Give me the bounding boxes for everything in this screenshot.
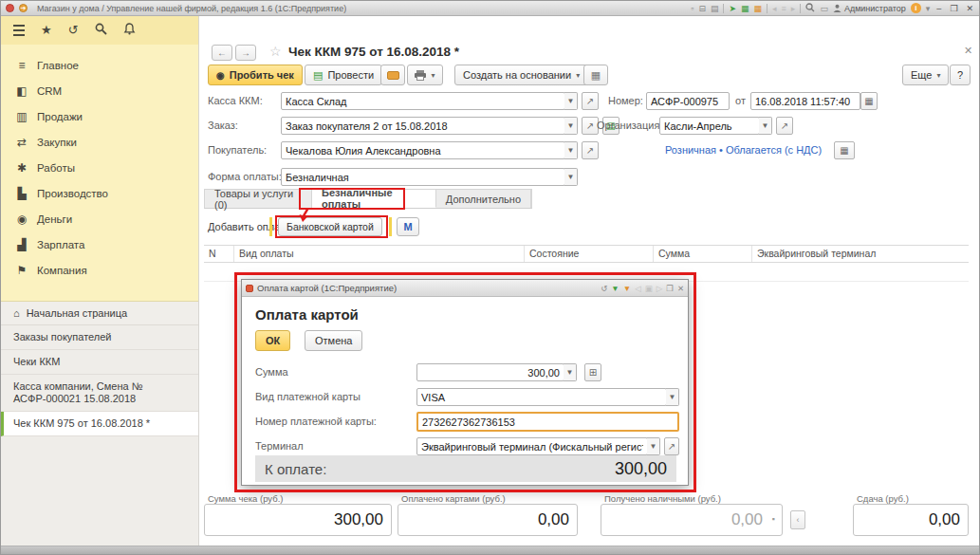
forward-history-icon[interactable]: ▸: [791, 4, 796, 13]
post-button[interactable]: ▤ Провести: [305, 65, 382, 85]
home-page-item[interactable]: ⌂ Начальная страница: [1, 301, 198, 325]
search-icon[interactable]: [95, 23, 107, 38]
calendar-icon[interactable]: ▦: [741, 4, 749, 13]
pin-icon[interactable]: ▼: [611, 284, 619, 293]
reports-button[interactable]: ▦: [583, 65, 608, 85]
favorites-star-icon[interactable]: ★: [41, 24, 52, 37]
dropdown-button[interactable]: ▼: [564, 141, 578, 159]
open-window-cash-shift[interactable]: Касса компании, Смена № АСФР-000021 15.0…: [1, 375, 198, 412]
number-input[interactable]: [646, 92, 730, 110]
open-buyer-button[interactable]: ↗: [582, 141, 599, 159]
close-button[interactable]: ✕: [964, 4, 975, 13]
date-input[interactable]: [750, 92, 860, 110]
notifications-bell-icon[interactable]: [123, 23, 136, 38]
column-state[interactable]: Состояние: [525, 246, 654, 262]
card-payment-toolbar-button[interactable]: [380, 65, 405, 85]
column-n[interactable]: N: [204, 246, 234, 262]
add-card-payment-button[interactable]: Банковской картой: [278, 217, 382, 236]
dock-left-icon[interactable]: ◁: [635, 284, 641, 293]
info-icon[interactable]: i: [911, 3, 921, 13]
open-window-customer-orders[interactable]: Заказы покупателей: [1, 325, 198, 350]
dropdown-button[interactable]: ▼: [759, 117, 772, 135]
organization-input[interactable]: [659, 117, 760, 135]
more-button[interactable]: Еще ▾: [902, 65, 949, 85]
open-window-kkm-receipts[interactable]: Чеки ККМ: [1, 350, 198, 375]
print-button[interactable]: ▾: [407, 65, 443, 85]
restore-window-icon[interactable]: ❒: [666, 284, 674, 293]
discuss-icon[interactable]: ➤: [729, 4, 736, 13]
dropdown-button[interactable]: ▼: [564, 92, 578, 110]
calendar-button[interactable]: ▦: [860, 92, 878, 110]
dropdown-button[interactable]: ▼: [666, 388, 679, 406]
link-icon[interactable]: ↺: [601, 284, 607, 293]
column-payment-type[interactable]: Вид оплаты: [234, 246, 525, 262]
sidebar-item-production[interactable]: ▙Производство: [1, 180, 198, 206]
sidebar-item-money[interactable]: ◉Деньги: [1, 206, 198, 231]
price-type-link[interactable]: Розничная • Облагается (с НДС): [665, 144, 822, 156]
buyer-input[interactable]: [281, 141, 565, 159]
order-input[interactable]: [281, 117, 565, 135]
cash-received-input[interactable]: 0,00: [601, 504, 783, 536]
sidebar-item-company[interactable]: ⚑Компания: [1, 257, 198, 283]
dropdown-button[interactable]: ▼: [647, 437, 660, 455]
ok-button[interactable]: ОК: [255, 330, 290, 351]
settings-icon[interactable]: ▼: [623, 284, 631, 293]
print-icon[interactable]: ⊟: [698, 4, 706, 13]
column-amount[interactable]: Сумма: [654, 246, 752, 262]
search-icon[interactable]: [805, 3, 815, 14]
calculator-icon[interactable]: ▪: [766, 510, 781, 529]
card-number-input[interactable]: [416, 412, 679, 432]
terminal-input[interactable]: [416, 437, 648, 455]
help-button[interactable]: ?: [950, 65, 971, 85]
history-icon[interactable]: ↺: [68, 24, 79, 37]
forward-button[interactable]: →: [235, 45, 256, 61]
dropdown-button[interactable]: ▼: [564, 168, 578, 186]
save-icon[interactable]: ▫: [691, 4, 693, 13]
dock-right-icon[interactable]: ▷: [656, 284, 663, 293]
punch-receipt-button[interactable]: ◉ Пробить чек: [208, 65, 303, 85]
back-history-icon[interactable]: ◂: [772, 4, 777, 13]
preview-icon[interactable]: ▤: [711, 4, 719, 13]
sidebar-item-purchases[interactable]: ⇄Закупки: [1, 129, 198, 155]
functions-menu-icon[interactable]: [13, 25, 25, 36]
dropdown-button[interactable]: ▼: [564, 117, 578, 135]
tab-cashless-payments[interactable]: Безналичные оплаты: [312, 190, 436, 208]
favorite-star-icon[interactable]: ☆: [269, 44, 282, 59]
card-type-input[interactable]: [416, 388, 667, 406]
open-terminal-button[interactable]: ↗: [664, 437, 679, 455]
dialog-close-icon[interactable]: ✕: [677, 284, 684, 293]
sidebar-item-sales[interactable]: ▥Продажи: [1, 103, 198, 129]
sidebar-item-main[interactable]: ≡Главное: [1, 52, 198, 78]
card-reader-button[interactable]: М: [397, 217, 419, 236]
reminder-icon[interactable]: ▦: [754, 4, 763, 13]
chevron-down-icon[interactable]: ▾: [926, 4, 931, 13]
panel-icon[interactable]: ▭: [820, 4, 828, 13]
sidebar-item-salary[interactable]: ▟Зарплата: [1, 231, 198, 257]
column-acquiring-terminal[interactable]: Эквайринговый терминал: [752, 246, 969, 262]
minimize-button[interactable]: –: [934, 4, 943, 13]
dock-icon[interactable]: ▣: [645, 284, 653, 293]
amount-input[interactable]: [416, 363, 564, 381]
open-window-current-receipt[interactable]: Чек ККМ 975 от 16.08.2018 *: [1, 412, 198, 436]
sidebar-item-crm[interactable]: ◧CRM: [1, 78, 198, 103]
current-user[interactable]: Администратор: [833, 4, 906, 13]
history-icon[interactable]: ≡: [782, 4, 786, 13]
tab-goods-services[interactable]: Товары и услуги (0): [205, 190, 312, 208]
back-button[interactable]: ←: [212, 45, 232, 61]
payment-form-input[interactable]: [281, 168, 565, 186]
sidebar-item-works[interactable]: ✱Работы: [1, 155, 198, 180]
price-settings-button[interactable]: ▦: [834, 141, 855, 159]
open-kassa-button[interactable]: ↗: [582, 92, 599, 110]
collapse-button[interactable]: ‹: [790, 510, 805, 529]
maximize-button[interactable]: ❒: [948, 4, 959, 13]
create-based-on-button[interactable]: Создать на основании ▾: [454, 65, 588, 85]
open-organization-button[interactable]: ↗: [776, 117, 793, 135]
cancel-button[interactable]: Отмена: [305, 330, 362, 351]
calculator-button[interactable]: ⊞: [584, 363, 601, 381]
dropdown-button[interactable]: ▼: [564, 363, 577, 381]
tab-additional[interactable]: Дополнительно: [436, 190, 531, 208]
kassa-input[interactable]: [281, 92, 565, 110]
form-close-icon[interactable]: ✕: [964, 45, 972, 57]
app-close-icon[interactable]: [6, 4, 14, 12]
app-menu-icon[interactable]: ➔: [19, 4, 28, 12]
